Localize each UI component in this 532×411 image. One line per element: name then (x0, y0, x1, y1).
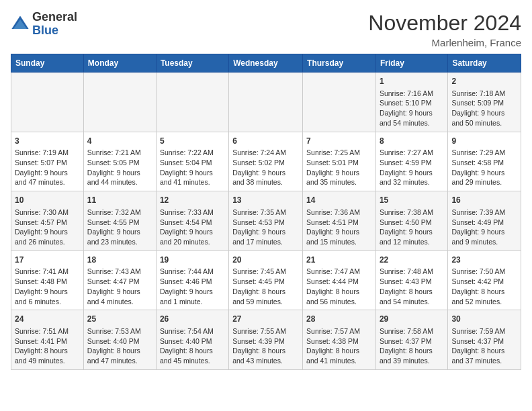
calendar-cell: 1Sunrise: 7:16 AM Sunset: 5:10 PM Daylig… (375, 73, 447, 132)
day-number: 3 (15, 136, 80, 147)
calendar-cell: 15Sunrise: 7:38 AM Sunset: 4:50 PM Dayli… (375, 191, 447, 251)
day-number: 12 (160, 195, 225, 206)
day-number: 30 (451, 314, 517, 325)
calendar-week-row: 3Sunrise: 7:19 AM Sunset: 5:07 PM Daylig… (11, 132, 521, 191)
calendar-cell: 2Sunrise: 7:18 AM Sunset: 5:09 PM Daylig… (448, 73, 521, 132)
calendar-cell: 21Sunrise: 7:47 AM Sunset: 4:44 PM Dayli… (303, 250, 376, 310)
day-info: Sunrise: 7:24 AM Sunset: 5:02 PM Dayligh… (232, 148, 299, 187)
calendar-cell: 6Sunrise: 7:24 AM Sunset: 5:02 PM Daylig… (229, 132, 303, 191)
calendar-cell (229, 73, 303, 132)
day-number: 28 (306, 314, 372, 325)
day-number: 9 (451, 136, 517, 147)
day-info: Sunrise: 7:39 AM Sunset: 4:49 PM Dayligh… (451, 208, 517, 247)
day-info: Sunrise: 7:29 AM Sunset: 4:58 PM Dayligh… (451, 148, 517, 187)
day-number: 18 (87, 255, 152, 266)
calendar-cell: 4Sunrise: 7:21 AM Sunset: 5:05 PM Daylig… (83, 132, 156, 191)
calendar-cell: 19Sunrise: 7:44 AM Sunset: 4:46 PM Dayli… (156, 250, 228, 310)
day-info: Sunrise: 7:22 AM Sunset: 5:04 PM Dayligh… (160, 148, 225, 187)
header-cell-monday: Monday (83, 54, 156, 73)
day-info: Sunrise: 7:47 AM Sunset: 4:44 PM Dayligh… (306, 267, 372, 306)
day-info: Sunrise: 7:55 AM Sunset: 4:39 PM Dayligh… (232, 326, 299, 366)
header: General Blue November 2024 Marlenheim, F… (11, 11, 521, 48)
logo-icon (11, 15, 30, 34)
day-number: 8 (380, 136, 444, 147)
calendar-cell: 12Sunrise: 7:33 AM Sunset: 4:54 PM Dayli… (156, 191, 228, 251)
calendar-week-row: 24Sunrise: 7:51 AM Sunset: 4:41 PM Dayli… (11, 310, 521, 370)
header-cell-saturday: Saturday (448, 54, 521, 73)
logo-blue: Blue (32, 24, 58, 37)
day-number: 20 (232, 255, 299, 266)
calendar-cell: 27Sunrise: 7:55 AM Sunset: 4:39 PM Dayli… (229, 310, 303, 370)
day-info: Sunrise: 7:48 AM Sunset: 4:43 PM Dayligh… (380, 267, 444, 306)
day-info: Sunrise: 7:51 AM Sunset: 4:41 PM Dayligh… (15, 326, 80, 366)
calendar-cell: 16Sunrise: 7:39 AM Sunset: 4:49 PM Dayli… (448, 191, 521, 251)
day-number: 16 (451, 195, 517, 206)
header-cell-wednesday: Wednesday (229, 54, 303, 73)
day-number: 22 (380, 255, 444, 266)
day-number: 13 (232, 195, 299, 206)
calendar-cell: 9Sunrise: 7:29 AM Sunset: 4:58 PM Daylig… (448, 132, 521, 191)
day-info: Sunrise: 7:36 AM Sunset: 4:51 PM Dayligh… (306, 208, 372, 247)
day-info: Sunrise: 7:53 AM Sunset: 4:40 PM Dayligh… (87, 326, 152, 366)
day-info: Sunrise: 7:59 AM Sunset: 4:37 PM Dayligh… (451, 326, 517, 366)
day-info: Sunrise: 7:57 AM Sunset: 4:38 PM Dayligh… (306, 326, 372, 366)
calendar-cell: 10Sunrise: 7:30 AM Sunset: 4:57 PM Dayli… (11, 191, 84, 251)
calendar-cell: 30Sunrise: 7:59 AM Sunset: 4:37 PM Dayli… (448, 310, 521, 370)
day-info: Sunrise: 7:30 AM Sunset: 4:57 PM Dayligh… (15, 208, 80, 247)
day-info: Sunrise: 7:27 AM Sunset: 4:59 PM Dayligh… (380, 148, 444, 187)
calendar-cell: 23Sunrise: 7:50 AM Sunset: 4:42 PM Dayli… (448, 250, 521, 310)
calendar-cell: 5Sunrise: 7:22 AM Sunset: 5:04 PM Daylig… (156, 132, 228, 191)
day-number: 21 (306, 255, 372, 266)
day-number: 26 (160, 314, 225, 325)
day-number: 29 (380, 314, 444, 325)
day-number: 19 (160, 255, 225, 266)
day-number: 5 (160, 136, 225, 147)
day-info: Sunrise: 7:44 AM Sunset: 4:46 PM Dayligh… (160, 267, 225, 306)
day-info: Sunrise: 7:21 AM Sunset: 5:05 PM Dayligh… (87, 148, 152, 187)
day-info: Sunrise: 7:43 AM Sunset: 4:47 PM Dayligh… (87, 267, 152, 306)
calendar-cell: 8Sunrise: 7:27 AM Sunset: 4:59 PM Daylig… (375, 132, 447, 191)
calendar-cell (303, 73, 376, 132)
calendar-cell (156, 73, 228, 132)
logo-general: General (32, 10, 77, 24)
day-number: 4 (87, 136, 152, 147)
day-number: 15 (380, 195, 444, 206)
calendar-cell: 7Sunrise: 7:25 AM Sunset: 5:01 PM Daylig… (303, 132, 376, 191)
day-info: Sunrise: 7:35 AM Sunset: 4:53 PM Dayligh… (232, 208, 299, 247)
day-info: Sunrise: 7:54 AM Sunset: 4:40 PM Dayligh… (160, 326, 225, 366)
day-info: Sunrise: 7:18 AM Sunset: 5:09 PM Dayligh… (451, 89, 517, 128)
day-info: Sunrise: 7:19 AM Sunset: 5:07 PM Dayligh… (15, 148, 80, 187)
calendar-week-row: 17Sunrise: 7:41 AM Sunset: 4:48 PM Dayli… (11, 250, 521, 310)
calendar-cell: 3Sunrise: 7:19 AM Sunset: 5:07 PM Daylig… (11, 132, 84, 191)
calendar-cell: 26Sunrise: 7:54 AM Sunset: 4:40 PM Dayli… (156, 310, 228, 370)
day-number: 27 (232, 314, 299, 325)
day-info: Sunrise: 7:16 AM Sunset: 5:10 PM Dayligh… (380, 89, 444, 128)
calendar-cell: 11Sunrise: 7:32 AM Sunset: 4:55 PM Dayli… (83, 191, 156, 251)
day-info: Sunrise: 7:38 AM Sunset: 4:50 PM Dayligh… (380, 208, 444, 247)
month-title: November 2024 (368, 11, 521, 36)
calendar-week-row: 10Sunrise: 7:30 AM Sunset: 4:57 PM Dayli… (11, 191, 521, 251)
header-cell-friday: Friday (375, 54, 447, 73)
day-number: 25 (87, 314, 152, 325)
header-cell-tuesday: Tuesday (156, 54, 228, 73)
calendar-cell: 20Sunrise: 7:45 AM Sunset: 4:45 PM Dayli… (229, 250, 303, 310)
calendar-cell: 28Sunrise: 7:57 AM Sunset: 4:38 PM Dayli… (303, 310, 376, 370)
calendar-cell: 22Sunrise: 7:48 AM Sunset: 4:43 PM Dayli… (375, 250, 447, 310)
day-number: 24 (15, 314, 80, 325)
day-info: Sunrise: 7:58 AM Sunset: 4:37 PM Dayligh… (380, 326, 444, 366)
header-cell-thursday: Thursday (303, 54, 376, 73)
day-info: Sunrise: 7:25 AM Sunset: 5:01 PM Dayligh… (306, 148, 372, 187)
day-number: 17 (15, 255, 80, 266)
calendar-table: SundayMondayTuesdayWednesdayThursdayFrid… (11, 54, 521, 370)
calendar-header-row: SundayMondayTuesdayWednesdayThursdayFrid… (11, 54, 521, 73)
calendar-cell: 13Sunrise: 7:35 AM Sunset: 4:53 PM Dayli… (229, 191, 303, 251)
calendar-cell: 25Sunrise: 7:53 AM Sunset: 4:40 PM Dayli… (83, 310, 156, 370)
calendar-cell: 29Sunrise: 7:58 AM Sunset: 4:37 PM Dayli… (375, 310, 447, 370)
header-cell-sunday: Sunday (11, 54, 84, 73)
day-number: 6 (232, 136, 299, 147)
day-number: 14 (306, 195, 372, 206)
day-info: Sunrise: 7:32 AM Sunset: 4:55 PM Dayligh… (87, 208, 152, 247)
calendar-cell: 18Sunrise: 7:43 AM Sunset: 4:47 PM Dayli… (83, 250, 156, 310)
title-area: November 2024 Marlenheim, France (368, 11, 521, 48)
day-info: Sunrise: 7:33 AM Sunset: 4:54 PM Dayligh… (160, 208, 225, 247)
